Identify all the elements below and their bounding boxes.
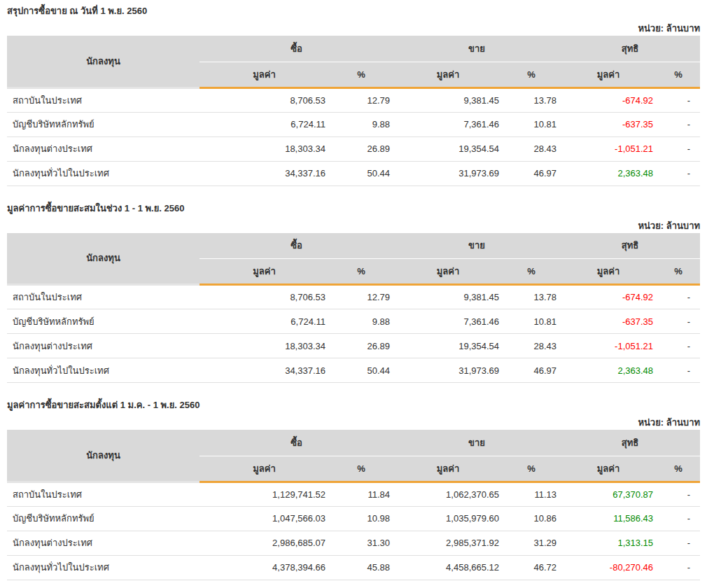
sell-value: 31,973.69 [393, 358, 503, 383]
unit-label: หน่วย: ล้านบาท [7, 220, 700, 231]
net-percent: - [657, 161, 700, 186]
sell-value: 9,381.45 [393, 285, 503, 309]
net-value: 67,370.87 [560, 482, 657, 506]
subheader-net-percent: % [657, 456, 700, 482]
column-header-buy: ซื้อ [200, 36, 393, 62]
buy-value: 34,337.16 [200, 358, 329, 383]
subheader-buy-value: มูลค่า [200, 62, 329, 88]
table-row: นักลงทุนต่างประเทศ18,303.3426.8919,354.5… [7, 334, 700, 358]
buy-value: 8,706.53 [200, 285, 329, 309]
net-percent: - [657, 88, 700, 112]
table-row: นักลงทุนทั่วไปในประเทศ4,378,394.6645.884… [7, 555, 700, 580]
sell-percent: 28.43 [503, 334, 560, 358]
sell-value: 4,458,665.12 [393, 555, 503, 580]
period-accumulated-section: มูลค่าการซื้อขายสะสมในช่วง 1 - 1 พ.ย. 25… [7, 203, 700, 384]
investor-summary-table-ytd: นักลงทุน ซื้อ ขาย สุทธิ มูลค่า % มูลค่า … [7, 430, 700, 580]
table-row: นักลงทุนทั่วไปในประเทศ34,337.1650.4431,9… [7, 161, 700, 186]
investor-name: บัญชีบริษัทหลักทรัพย์ [7, 309, 200, 334]
column-header-sell: ขาย [393, 36, 560, 62]
net-value: -1,051.21 [560, 334, 657, 358]
sell-value: 1,035,979.60 [393, 506, 503, 531]
subheader-net-percent: % [657, 62, 700, 88]
buy-value: 1,129,741.52 [200, 482, 329, 506]
sell-percent: 13.78 [503, 88, 560, 112]
subheader-buy-percent: % [329, 456, 393, 482]
table-row: สถาบันในประเทศ8,706.5312.799,381.4513.78… [7, 285, 700, 309]
subheader-sell-percent: % [503, 456, 560, 482]
table-row: นักลงทุนต่างประเทศ18,303.3426.8919,354.5… [7, 136, 700, 161]
net-value: -1,051.21 [560, 136, 657, 161]
buy-value: 34,337.16 [200, 161, 329, 186]
investor-name: นักลงทุนทั่วไปในประเทศ [7, 555, 200, 580]
sell-percent: 46.97 [503, 161, 560, 186]
column-header-sell: ขาย [393, 233, 560, 259]
buy-percent: 12.79 [329, 88, 393, 112]
subheader-sell-percent: % [503, 259, 560, 285]
investor-name: สถาบันในประเทศ [7, 285, 200, 309]
net-percent: - [657, 112, 700, 136]
investor-name: บัญชีบริษัทหลักทรัพย์ [7, 506, 200, 531]
column-header-investor: นักลงทุน [7, 36, 200, 88]
investor-name: สถาบันในประเทศ [7, 88, 200, 112]
buy-percent: 26.89 [329, 136, 393, 161]
investor-name: นักลงทุนต่างประเทศ [7, 531, 200, 555]
investor-name: สถาบันในประเทศ [7, 482, 200, 506]
sell-value: 9,381.45 [393, 88, 503, 112]
column-header-net: สุทธิ [560, 430, 700, 456]
investor-name: นักลงทุนต่างประเทศ [7, 334, 200, 358]
sell-percent: 13.78 [503, 285, 560, 309]
buy-percent: 9.88 [329, 309, 393, 334]
net-percent: - [657, 285, 700, 309]
table-row: สถาบันในประเทศ8,706.5312.799,381.4513.78… [7, 88, 700, 112]
unit-label: หน่วย: ล้านบาท [7, 23, 700, 34]
buy-value: 18,303.34 [200, 136, 329, 161]
table-title-daily: สรุปการซื้อขาย ณ วันที่ 1 พ.ย. 2560 [7, 6, 700, 16]
table-row: บัญชีบริษัทหลักทรัพย์6,724.119.887,361.4… [7, 112, 700, 136]
investor-name: นักลงทุนต่างประเทศ [7, 136, 200, 161]
table-title-ytd: มูลค่าการซื้อขายสะสมตั้งแต่ 1 ม.ค. - 1 พ… [7, 400, 700, 410]
table-title-period: มูลค่าการซื้อขายสะสมในช่วง 1 - 1 พ.ย. 25… [7, 203, 700, 214]
buy-value: 1,047,566.03 [200, 506, 329, 531]
column-header-net: สุทธิ [560, 233, 700, 259]
net-percent: - [657, 358, 700, 383]
net-percent: - [657, 506, 700, 531]
sell-value: 1,062,370.65 [393, 482, 503, 506]
unit-label: หน่วย: ล้านบาท [7, 417, 700, 428]
table-header-groups: นักลงทุน ซื้อ ขาย สุทธิ [7, 36, 700, 62]
subheader-net-value: มูลค่า [560, 456, 657, 482]
subheader-net-value: มูลค่า [560, 259, 657, 285]
buy-percent: 9.88 [329, 112, 393, 136]
column-header-investor: นักลงทุน [7, 233, 200, 285]
sell-value: 7,361.46 [393, 112, 503, 136]
buy-value: 8,706.53 [200, 88, 329, 112]
column-header-sell: ขาย [393, 430, 560, 456]
net-percent: - [657, 136, 700, 161]
table-row: บัญชีบริษัทหลักทรัพย์6,724.119.887,361.4… [7, 309, 700, 334]
buy-value: 6,724.11 [200, 112, 329, 136]
sell-percent: 46.97 [503, 358, 560, 383]
sell-percent: 28.43 [503, 136, 560, 161]
buy-percent: 31.30 [329, 531, 393, 555]
sell-percent: 31.29 [503, 531, 560, 555]
buy-value: 4,378,394.66 [200, 555, 329, 580]
column-header-buy: ซื้อ [200, 233, 393, 259]
subheader-sell-percent: % [503, 62, 560, 88]
sell-percent: 46.72 [503, 555, 560, 580]
buy-percent: 11.84 [329, 482, 393, 506]
net-value: 1,313.15 [560, 531, 657, 555]
sell-value: 31,973.69 [393, 161, 503, 186]
net-percent: - [657, 482, 700, 506]
net-value: 11,586.43 [560, 506, 657, 531]
investor-name: นักลงทุนทั่วไปในประเทศ [7, 358, 200, 383]
sell-percent: 11.13 [503, 482, 560, 506]
table-row: บัญชีบริษัทหลักทรัพย์1,047,566.0310.981,… [7, 506, 700, 531]
daily-summary-section: สรุปการซื้อขาย ณ วันที่ 1 พ.ย. 2560 หน่ว… [7, 6, 700, 186]
investor-name: นักลงทุนทั่วไปในประเทศ [7, 161, 200, 186]
net-value: -674.92 [560, 285, 657, 309]
table-header-groups: นักลงทุน ซื้อ ขาย สุทธิ [7, 430, 700, 456]
column-header-net: สุทธิ [560, 36, 700, 62]
ytd-accumulated-section: มูลค่าการซื้อขายสะสมตั้งแต่ 1 ม.ค. - 1 พ… [7, 400, 700, 580]
sell-percent: 10.81 [503, 112, 560, 136]
net-value: -637.35 [560, 309, 657, 334]
buy-value: 18,303.34 [200, 334, 329, 358]
